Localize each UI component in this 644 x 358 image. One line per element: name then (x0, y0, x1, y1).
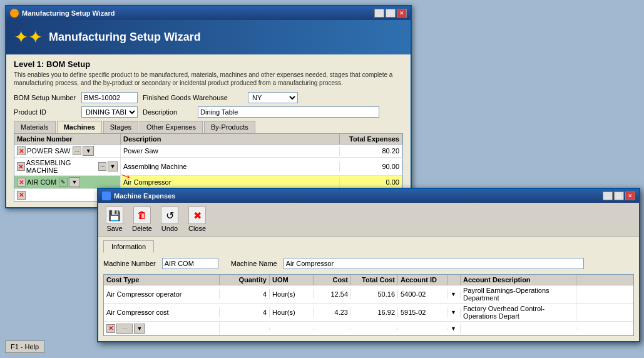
exp2-account-desc: Factory Overhead Control-Operations Depa… (461, 304, 576, 321)
col-account-id: Account ID (398, 275, 448, 285)
level-title: Level 1: BOM Setup (14, 59, 403, 69)
exp2-account-id: 5915-02 (398, 307, 448, 317)
empty-uom-cell (270, 327, 314, 330)
f1-help-button[interactable]: F1 - Help (5, 340, 44, 353)
dialog-title: Machine Expenses (114, 192, 175, 200)
exp2-quantity: 4 (220, 307, 270, 317)
empty-delete-btn[interactable]: ✕ (17, 191, 26, 200)
row1-edit-btn[interactable]: ··· (73, 146, 81, 155)
row3-edit-btn[interactable]: ✎ (59, 178, 68, 187)
machine-name-input[interactable] (284, 258, 584, 269)
col-total-cost: Total Cost (351, 275, 398, 285)
empty-cost-type-cell: ✕ ··· ▼ (104, 322, 220, 335)
close-dialog-button[interactable]: ✖ Close (185, 205, 210, 233)
dialog-maximize-btn[interactable]: □ (614, 192, 624, 200)
empty-quantity-cell (220, 327, 270, 330)
minimize-button[interactable]: _ (374, 9, 384, 18)
desc-input[interactable] (198, 106, 379, 118)
machine-expenses-dialog: Machine Expenses _ □ ✕ 💾 Save 🗑 Delete ↺… (97, 188, 640, 342)
machine-number-input[interactable] (162, 258, 218, 269)
exp1-cost-type: Air Compressor operator (104, 289, 220, 299)
exp1-total-cost: 50.16 (351, 289, 398, 299)
tab-bar: Materials Machines Stages Other Expenses… (14, 121, 403, 133)
row2-delete-btn[interactable]: ✕ (17, 162, 25, 171)
maximize-button[interactable]: □ (386, 9, 396, 18)
main-wizard-window: Manufacturing Setup Wizard _ □ ✕ ✦✦ Manu… (5, 5, 412, 208)
exp-row-1: Air Compressor operator 4 Hour(s) 12.54 … (104, 285, 633, 304)
finished-goods-label: Finished Goods Warehouse (143, 94, 243, 101)
col-machine-number: Machine Number (14, 134, 121, 144)
undo-button[interactable]: ↺ Undo (157, 205, 182, 233)
exp1-account-desc: Payroll Earnings-Operations Department (461, 285, 576, 303)
product-id-label: Product ID (14, 108, 76, 116)
information-tab[interactable]: Information (103, 240, 154, 253)
dialog-title-bar: Machine Expenses _ □ ✕ (98, 189, 639, 203)
product-id-select[interactable]: DINING TABLE (81, 106, 138, 118)
tab-stages[interactable]: Stages (103, 121, 138, 133)
wizard-star-icon: ✦✦ (14, 27, 43, 48)
bom-row: BOM Setup Number Finished Goods Warehous… (14, 92, 403, 103)
dialog-icon (102, 192, 111, 200)
bom-input[interactable] (81, 92, 138, 103)
row2-machine-number: ASSEMBLING MACHINE (26, 159, 96, 174)
dialog-minimize-btn[interactable]: _ (603, 192, 613, 200)
col-description: Description (121, 134, 340, 144)
info-tab-bar: Information (98, 237, 639, 253)
exp1-account-id-dropdown[interactable]: ▼ (448, 290, 461, 299)
row3-select-btn[interactable]: ▼ (69, 177, 80, 187)
exp-row-2: Air Compressor cost 4 Hour(s) 4.23 16.92… (104, 304, 633, 322)
exp2-cost-type: Air Compressor cost (104, 307, 220, 317)
table-row-selected: ✕ AIR COM ✎ ▼ Air Compressor 0.00 (14, 176, 402, 189)
delete-button[interactable]: 🗑 Delete (130, 205, 155, 233)
empty-row-browse-btn[interactable]: ··· (116, 324, 133, 334)
tab-other-expenses[interactable]: Other Expenses (140, 121, 203, 133)
exp1-cost: 12.54 (314, 289, 351, 299)
tab-materials[interactable]: Materials (14, 121, 56, 133)
title-controls: _ □ ✕ (374, 9, 407, 18)
row2-edit-btn[interactable]: ··· (98, 162, 106, 171)
row1-select-btn[interactable]: ▼ (83, 146, 94, 156)
level-desc: This enables you to define specific prod… (14, 71, 403, 87)
close-label: Close (188, 225, 206, 232)
save-button[interactable]: 💾 Save (102, 205, 127, 233)
table-header: Machine Number Description Total Expense… (14, 134, 402, 145)
window-icon (10, 9, 19, 18)
empty-account-desc-cell (461, 327, 576, 330)
col-account-desc: Account Description (461, 275, 576, 285)
dialog-close-btn[interactable]: ✕ (625, 192, 635, 200)
row3-machine-number: AIR COM (27, 178, 56, 186)
desc-label: Description (143, 108, 193, 116)
empty-total-cost-cell (351, 327, 398, 330)
row3-delete-btn[interactable]: ✕ (17, 178, 26, 187)
row2-select-btn[interactable]: ▼ (108, 161, 118, 171)
row3-total-cell: 0.00 (340, 177, 402, 187)
exp-row-empty: ✕ ··· ▼ ▼ (104, 322, 633, 335)
close-button[interactable]: ✕ (397, 9, 407, 18)
row2-total-cell: 90.00 (340, 161, 402, 171)
undo-icon: ↺ (161, 207, 178, 224)
col-uom: UOM (270, 275, 314, 285)
finished-goods-select[interactable]: NY (248, 92, 298, 103)
row1-delete-btn[interactable]: ✕ (17, 146, 26, 155)
header-area: ✦✦ Manufacturing Setup Wizard (6, 20, 411, 54)
empty-account-dropdown-cell[interactable]: ▼ (448, 324, 461, 333)
tab-machines[interactable]: Machines (57, 121, 102, 133)
f1-help-label: F1 - Help (11, 343, 39, 350)
expenses-table: Cost Type Quantity UOM Cost Total Cost A… (103, 274, 634, 336)
table-row: ✕ POWER SAW ··· ▼ Power Saw 80.20 (14, 145, 402, 158)
main-title-bar: Manufacturing Setup Wizard _ □ ✕ (6, 6, 411, 20)
col-quantity: Quantity (220, 275, 270, 285)
exp2-uom: Hour(s) (270, 307, 314, 317)
bom-label: BOM Setup Number (14, 94, 76, 101)
exp2-total-cost: 16.92 (351, 307, 398, 317)
exp2-account-id-dropdown[interactable]: ▼ (448, 308, 461, 317)
expenses-table-header: Cost Type Quantity UOM Cost Total Cost A… (104, 275, 633, 285)
delete-icon: 🗑 (133, 207, 151, 224)
tab-by-products[interactable]: By-Products (204, 121, 255, 133)
col-total-expenses: Total Expenses (340, 134, 402, 144)
empty-row-delete-btn[interactable]: ✕ (106, 324, 115, 333)
save-icon: 💾 (106, 207, 123, 224)
col-account-id-arrow (448, 275, 461, 285)
row3-desc-cell: Air Compressor (121, 177, 340, 187)
empty-row-dropdown-btn[interactable]: ▼ (134, 324, 145, 334)
